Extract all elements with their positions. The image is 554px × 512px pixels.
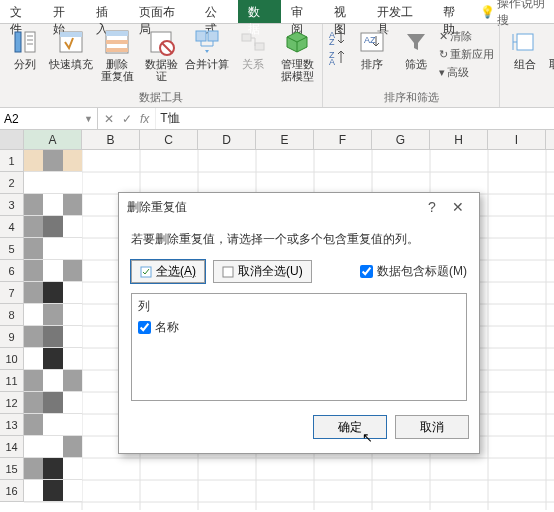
row-header[interactable]: 10 [0,348,24,370]
tab-insert[interactable]: 插入 [86,0,129,23]
tab-dev[interactable]: 开发工具 [367,0,433,23]
help-button[interactable]: ? [419,199,445,215]
row-header[interactable]: 14 [0,436,24,458]
row-header[interactable]: 1 [0,150,24,172]
group-label: 组合 [514,58,536,70]
data-model-label: 管理数 据模型 [281,58,314,82]
flash-fill-label: 快速填充 [49,58,93,70]
ungroup-button[interactable]: 取消组合 [548,26,554,70]
flash-fill-button[interactable]: 快速填充 [48,26,94,70]
unselect-all-label: 取消全选(U) [238,263,303,280]
row-header[interactable]: 4 [0,216,24,238]
svg-rect-7 [106,48,128,52]
row-header[interactable]: 7 [0,282,24,304]
row-header[interactable]: 9 [0,326,24,348]
clear-filter-button[interactable]: ✕清除 [439,28,495,44]
row-header[interactable]: 15 [0,458,24,480]
col-header[interactable]: G [372,130,430,149]
row-header[interactable]: 13 [0,414,24,436]
filter-label: 筛选 [405,58,427,70]
tab-home[interactable]: 开始 [43,0,86,23]
relationships-button[interactable]: 关系 [232,26,274,70]
sort-button[interactable]: AZ 排序 [351,26,393,70]
tab-formula[interactable]: 公式 [195,0,238,23]
row-header[interactable]: 3 [0,194,24,216]
remove-duplicates-icon [103,28,131,56]
text-to-columns-label: 分列 [14,58,36,70]
col-header[interactable]: I [488,130,546,149]
consolidate-icon [193,28,221,56]
row-header[interactable]: 2 [0,172,24,194]
unselect-all-button[interactable]: 取消全选(U) [213,260,312,283]
reapply-button[interactable]: ↻重新应用 [439,46,495,62]
row-header[interactable]: 6 [0,260,24,282]
row-header[interactable]: 11 [0,370,24,392]
has-header-input[interactable] [360,265,373,278]
text-to-columns-button[interactable]: 分列 [4,26,46,70]
col-header[interactable]: E [256,130,314,149]
col-header[interactable]: C [140,130,198,149]
filter-button[interactable]: 筛选 [395,26,437,70]
remove-duplicates-button[interactable]: 删除 重复值 [96,26,138,82]
columns-listbox[interactable]: 列 名称 [131,293,467,401]
tab-help[interactable]: 帮助 [433,0,476,23]
formula-bar-input[interactable]: T恤 [156,108,554,129]
sort-desc-button[interactable]: ZA [327,48,349,66]
svg-text:A: A [329,57,335,66]
svg-rect-5 [106,31,128,36]
svg-rect-10 [196,31,206,41]
row-header[interactable]: 5 [0,238,24,260]
cancel-button[interactable]: 取消 [395,415,469,439]
col-header[interactable]: A [24,130,82,149]
chevron-down-icon: ▼ [84,114,93,124]
tab-review[interactable]: 审阅 [281,0,324,23]
row-header[interactable]: 16 [0,480,24,502]
select-all-corner[interactable] [0,130,24,149]
ungroup-label: 取消组合 [549,58,554,70]
remove-duplicates-dialog: 删除重复值 ? ✕ 若要删除重复值，请选择一个或多个包含重复值的列。 全选(A)… [118,192,480,454]
close-button[interactable]: ✕ [445,199,471,215]
col-header[interactable]: B [82,130,140,149]
col-header[interactable]: H [430,130,488,149]
consolidate-button[interactable]: 合并计算 [184,26,230,70]
tab-file[interactable]: 文件 [0,0,43,23]
tell-me-search[interactable]: 💡 操作说明搜 [480,0,554,23]
sort-icon: AZ [358,28,386,56]
name-box[interactable]: A2 ▼ [0,108,98,129]
svg-rect-13 [255,43,264,50]
group-sort-filter-label: 排序和筛选 [327,89,495,107]
sort-asc-icon: AZ [327,28,349,46]
consolidate-label: 合并计算 [185,58,229,70]
sort-asc-button[interactable]: AZ [327,28,349,46]
column-item[interactable]: 名称 [138,319,460,336]
data-validation-icon [147,28,175,56]
relationships-label: 关系 [242,58,264,70]
ok-button[interactable]: 确定 ↖ [313,415,387,439]
row-header[interactable]: 12 [0,392,24,414]
dialog-titlebar: 删除重复值 ? ✕ [119,193,479,221]
reapply-icon: ↻ [439,48,448,61]
advanced-filter-button[interactable]: ▾高级 [439,64,495,80]
col-header[interactable]: F [314,130,372,149]
column-item-checkbox[interactable] [138,321,151,334]
cancel-label: 取消 [420,420,444,434]
group-sort-filter: AZ ZA AZ 排序 筛选 ✕清除 ↻重新应用 ▾高级 排序和筛选 [323,24,500,107]
tab-data[interactable]: 数据 [238,0,281,23]
select-all-button[interactable]: 全选(A) [131,260,205,283]
row-header[interactable]: 8 [0,304,24,326]
cancel-entry-icon[interactable]: ✕ [104,112,114,126]
has-header-checkbox[interactable]: 数据包含标题(M) [360,263,467,280]
tab-view[interactable]: 视图 [324,0,367,23]
fx-icon[interactable]: fx [140,112,149,126]
group-outline-label: 分级 [504,89,554,107]
data-model-button[interactable]: 管理数 据模型 [276,26,318,82]
unselect-all-icon [222,266,234,278]
reapply-label: 重新应用 [450,47,494,62]
svg-rect-0 [15,32,21,52]
confirm-entry-icon[interactable]: ✓ [122,112,132,126]
tab-layout[interactable]: 页面布局 [129,0,195,23]
col-header[interactable]: D [198,130,256,149]
data-validation-button[interactable]: 数据验 证 [140,26,182,82]
group-button[interactable]: 组合 [504,26,546,70]
svg-rect-1 [25,32,35,52]
